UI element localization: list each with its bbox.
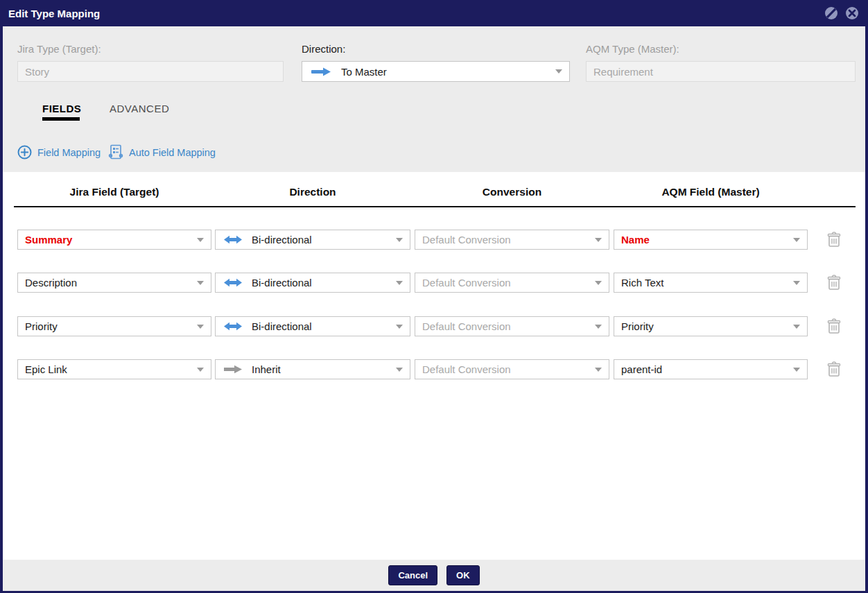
- dialog-border-right: [865, 0, 868, 593]
- chevron-down-icon: [197, 325, 204, 329]
- chevron-down-icon: [396, 281, 403, 285]
- auto-field-mapping-button[interactable]: Auto Field Mapping: [108, 144, 216, 160]
- jira-field-value: Summary: [18, 234, 197, 246]
- to-master-arrow-icon: [311, 67, 331, 76]
- close-circle-icon[interactable]: [844, 6, 860, 21]
- chevron-down-icon: [793, 325, 800, 329]
- chevron-down-icon: [595, 238, 602, 242]
- aqm-field-dropdown[interactable]: Name: [614, 230, 808, 250]
- delete-row-button[interactable]: [826, 230, 842, 248]
- cancel-button[interactable]: Cancel: [388, 565, 437, 585]
- jira-type-label: Jira Type (Target):: [17, 43, 101, 55]
- jira-field-value: Description: [18, 277, 197, 289]
- chevron-down-icon: [396, 238, 403, 242]
- delete-row-button[interactable]: [826, 273, 842, 291]
- aqm-field-value: Name: [614, 234, 793, 246]
- dialog-title-bar: Edit Type Mapping: [0, 0, 868, 26]
- jira-type-input: [17, 61, 284, 82]
- chevron-down-icon: [197, 238, 204, 242]
- aqm-type-input: [586, 61, 856, 82]
- dialog-border-left: [0, 0, 3, 593]
- jira-field-value: Epic Link: [18, 363, 197, 375]
- trash-icon: [827, 232, 841, 248]
- inherit-arrow-icon: [224, 365, 242, 374]
- aqm-field-dropdown[interactable]: parent-id: [614, 359, 808, 379]
- aqm-field-value: parent-id: [614, 363, 793, 375]
- aqm-field-dropdown[interactable]: Priority: [614, 316, 808, 336]
- table-header-divider: [14, 206, 856, 207]
- jira-field-dropdown[interactable]: Priority: [17, 316, 211, 336]
- trash-icon: [827, 318, 841, 334]
- direction-dropdown[interactable]: Bi-directional: [215, 273, 410, 293]
- chevron-down-icon: [197, 281, 204, 285]
- direction-value: Bi-directional: [242, 234, 396, 246]
- chevron-down-icon: [396, 325, 403, 329]
- chevron-down-icon: [555, 69, 562, 74]
- active-tab-underline: [42, 117, 80, 121]
- auto-mapping-document-icon: [108, 144, 123, 160]
- chevron-down-icon: [793, 238, 800, 242]
- dialog-title: Edit Type Mapping: [8, 8, 100, 19]
- trash-icon: [827, 361, 841, 377]
- edit-type-mapping-dialog: Edit Type Mapping Jira Type (Target): Di…: [0, 0, 868, 593]
- delete-row-button[interactable]: [826, 360, 842, 378]
- jira-field-dropdown[interactable]: Summary: [17, 230, 211, 250]
- aqm-type-label: AQM Type (Master):: [586, 43, 679, 55]
- column-header-conversion: Conversion: [415, 186, 609, 198]
- field-mapping-table: Jira Field (Target) Direction Conversion…: [3, 172, 865, 560]
- direction-dropdown[interactable]: Bi-directional: [215, 230, 410, 250]
- jira-field-dropdown[interactable]: Epic Link: [17, 359, 211, 379]
- chevron-down-icon: [595, 325, 602, 329]
- plus-circle-icon: [17, 145, 32, 160]
- column-header-direction: Direction: [215, 186, 410, 198]
- bidirectional-arrow-icon: [224, 278, 242, 287]
- conversion-value: Default Conversion: [415, 277, 595, 289]
- conversion-dropdown: Default Conversion: [415, 273, 609, 293]
- aqm-field-dropdown[interactable]: Rich Text: [614, 273, 808, 293]
- direction-value: Inherit: [242, 363, 396, 375]
- direction-dropdown[interactable]: Bi-directional: [215, 316, 410, 336]
- field-mapping-button[interactable]: Field Mapping: [17, 145, 101, 160]
- tab-advanced[interactable]: ADVANCED: [110, 103, 169, 114]
- conversion-dropdown: Default Conversion: [415, 316, 609, 336]
- delete-row-button[interactable]: [826, 317, 842, 335]
- tab-fields[interactable]: FIELDS: [42, 103, 81, 114]
- chevron-down-icon: [595, 281, 602, 285]
- direction-dropdown[interactable]: To Master: [302, 61, 570, 82]
- column-header-aqm-field: AQM Field (Master): [614, 186, 808, 198]
- chevron-down-icon: [595, 368, 602, 372]
- aqm-field-value: Rich Text: [614, 277, 793, 289]
- bidirectional-arrow-icon: [224, 235, 242, 244]
- conversion-value: Default Conversion: [415, 320, 595, 332]
- jira-field-value: Priority: [18, 320, 197, 332]
- column-header-jira-field: Jira Field (Target): [17, 186, 211, 198]
- aqm-field-value: Priority: [614, 320, 793, 332]
- dialog-footer: Cancel OK: [3, 560, 865, 591]
- bidirectional-arrow-icon: [224, 322, 242, 331]
- jira-field-dropdown[interactable]: Description: [17, 273, 211, 293]
- ok-button[interactable]: OK: [446, 565, 480, 585]
- conversion-dropdown: Default Conversion: [415, 359, 609, 379]
- auto-field-mapping-label: Auto Field Mapping: [129, 147, 216, 158]
- chevron-down-icon: [396, 368, 403, 372]
- conversion-dropdown: Default Conversion: [415, 230, 609, 250]
- type-mapping-form-section: Jira Type (Target): Direction: To Master…: [3, 26, 865, 172]
- chevron-down-icon: [793, 368, 800, 372]
- disable-circle-icon[interactable]: [824, 6, 839, 21]
- direction-dropdown[interactable]: Inherit: [215, 359, 410, 379]
- conversion-value: Default Conversion: [415, 234, 595, 246]
- chevron-down-icon: [793, 281, 800, 285]
- trash-icon: [827, 275, 841, 291]
- chevron-down-icon: [197, 368, 204, 372]
- direction-value: Bi-directional: [242, 320, 396, 332]
- conversion-value: Default Conversion: [415, 363, 595, 375]
- direction-dropdown-value: To Master: [331, 66, 555, 78]
- direction-label: Direction:: [302, 43, 345, 55]
- direction-value: Bi-directional: [242, 277, 396, 289]
- field-mapping-label: Field Mapping: [37, 147, 101, 158]
